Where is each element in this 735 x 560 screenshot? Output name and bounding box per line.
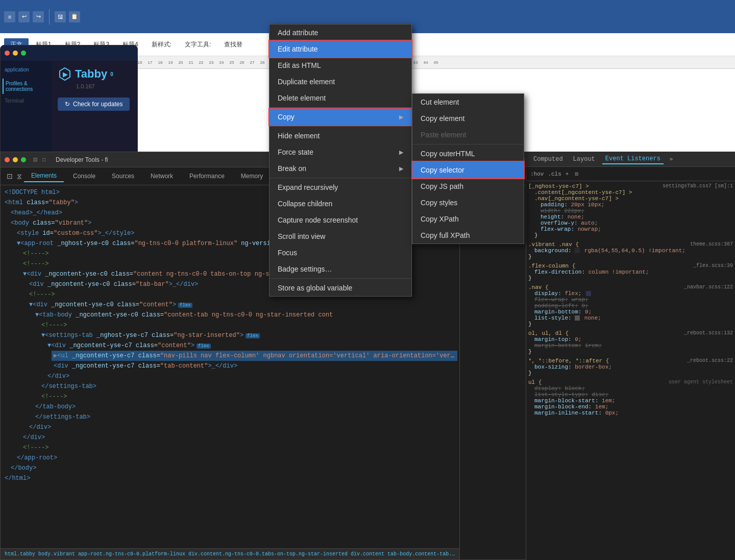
styles-filter-bar: :hov .cls + ⊡ <box>526 167 735 181</box>
styles-content-area[interactable]: [_nghost-yse-c7] > settingsTab.css7 [sm]… <box>526 181 735 560</box>
css-selector: ul { <box>528 379 542 385</box>
ctx-badge[interactable]: Badge settings… <box>270 261 411 277</box>
ctx-collapse[interactable]: Collapse children <box>270 196 411 212</box>
html-line-div-tabcontent: <div _ngcontent-yse-c7 class="tab-conten… <box>52 361 457 371</box>
ctx-sub-copy-xpath[interactable]: Copy XPath <box>412 211 524 227</box>
ruler-mark: 22 <box>196 60 206 65</box>
word-tab-text[interactable]: 文字工具: <box>179 38 217 51</box>
css-selector: .vibrant .nav { <box>528 241 579 248</box>
tab-elements[interactable]: Elements <box>24 170 64 182</box>
ctx-edit-attribute[interactable]: Edit attribute <box>270 41 411 57</box>
ctx-capture[interactable]: Capture node screenshot <box>270 212 411 228</box>
ctx-edit-html-label: Edit as HTML <box>278 61 321 69</box>
word-tab-style[interactable]: 新样式: <box>145 38 178 51</box>
styles-tab-computed[interactable]: Computed <box>530 155 566 164</box>
css-rule-header: [_nghost-yse-c7] > settingsTab.css7 [sm]… <box>528 183 733 189</box>
styles-tab-layout[interactable]: Layout <box>570 155 598 164</box>
ctx-duplicate[interactable]: Duplicate element <box>270 74 411 90</box>
ctx-sub-copy-full-xpath[interactable]: Copy full XPath <box>412 227 524 244</box>
ctx-sub-copy-styles[interactable]: Copy styles <box>412 194 524 211</box>
devtools-dock-icon: □ <box>42 157 48 163</box>
css-rule-header: .flex-column { _flex.scss:39 <box>528 263 733 269</box>
css-selector: [_nghost-yse-c7] > <box>528 183 589 189</box>
devtools-maximize-dot[interactable] <box>21 157 26 162</box>
check-for-updates-label: Check for updates <box>73 101 122 108</box>
tab-memory[interactable]: Memory <box>234 171 270 182</box>
ctx-sub-paste-label: Paste element <box>421 131 467 139</box>
ribbon-icon-1[interactable]: ≡ <box>4 11 15 22</box>
html-line-settings-tab: ▼<settings-tab _nghost-yse-c7 class="ng-… <box>39 330 457 340</box>
filter-plus-icon[interactable]: + <box>566 171 569 177</box>
ctx-force-state[interactable]: Force state ▶ <box>270 144 411 160</box>
tab-performance[interactable]: Performance <box>182 171 232 182</box>
ctx-hide-label: Hide element <box>278 132 320 140</box>
ctx-focus[interactable]: Focus <box>270 245 411 261</box>
ctx-divider-4 <box>270 278 411 279</box>
ctx-edit-html[interactable]: Edit as HTML <box>270 57 411 74</box>
ctx-store-global[interactable]: Store as global variable <box>270 280 411 296</box>
ctx-hide[interactable]: Hide element <box>270 128 411 144</box>
tab-network[interactable]: Network <box>143 171 180 182</box>
ctx-sub-copy-jspath[interactable]: Copy JS path <box>412 178 524 194</box>
ctx-add-attribute[interactable]: Add attribute <box>270 25 411 41</box>
check-for-updates-button[interactable]: ↻ Check for updates <box>58 98 130 111</box>
ruler-mark: 26 <box>237 60 247 65</box>
ruler-mark: 25 <box>227 60 237 65</box>
css-flexdir: flex-direction: column !important; <box>534 269 733 275</box>
html-line-ul-highlighted: ▶<ul _ngcontent-yse-c7 class="nav-pills … <box>52 351 457 361</box>
ctx-sub-copy-xpath-label: Copy XPath <box>421 215 459 223</box>
ctx-scroll[interactable]: Scroll into view <box>270 228 411 245</box>
devtools-close-dot[interactable] <box>5 157 10 162</box>
refresh-icon: ↻ <box>65 101 70 108</box>
ctx-sub-copy-selector[interactable]: Copy selector <box>412 162 524 178</box>
tab-sources[interactable]: Sources <box>105 171 141 182</box>
ctx-copy-arrow: ▶ <box>399 114 403 120</box>
ctx-copy-label: Copy <box>278 113 295 121</box>
styles-tab-eventlisteners[interactable]: Event Listeners <box>602 154 664 164</box>
ribbon-icon-4[interactable]: 🖫 <box>55 11 66 22</box>
devtools-minimize-dot[interactable] <box>13 157 18 162</box>
tabby-app-window: application Profiles & connections Termi… <box>0 45 138 152</box>
ruler-mark: 19 <box>165 60 176 65</box>
ctx-break-on[interactable]: Break on ▶ <box>270 160 411 177</box>
word-tab-find[interactable]: 查找替 <box>218 38 249 51</box>
close-dot[interactable] <box>5 51 10 56</box>
ribbon-icon-3[interactable]: ↪ <box>33 11 44 22</box>
ruler-mark: 21 <box>186 60 196 65</box>
device-icon[interactable]: ⧖ <box>17 172 22 181</box>
sidebar-item-profiles[interactable]: Profiles & connections <box>3 79 50 94</box>
css-source: user agent stylesheet <box>669 379 733 385</box>
html-line-comment6: <!----> <box>21 443 457 453</box>
ribbon-icon-2[interactable]: ↩ <box>18 11 30 22</box>
ctx-divider-3 <box>270 178 411 178</box>
tabby-main-content: ▶ Tabby0 1.0.167 ↻ Check for updates <box>52 61 137 152</box>
inspect-icon[interactable]: ⊡ <box>7 172 13 181</box>
css-prop-line: .nav[_ngcontent-yse-c7] > <box>534 196 733 202</box>
minimize-dot[interactable] <box>13 51 18 56</box>
css-margin-block-end: margin-block-end: 1em; <box>534 404 733 410</box>
html-line-div3-close: </div> <box>21 432 457 443</box>
html-line-approot-close: </app-root> <box>15 453 457 463</box>
ctx-sub-copy-outerhtml[interactable]: Copy outerHTML <box>412 145 524 162</box>
ctx-add-attribute-label: Add attribute <box>278 29 318 37</box>
tab-console[interactable]: Console <box>66 171 103 182</box>
ctx-sub-cut-label: Cut element <box>421 98 459 106</box>
ctx-delete[interactable]: Delete element <box>270 90 411 106</box>
html-line-comment4: <!----> <box>39 320 457 330</box>
css-rule-ol-ul-dl: ol, ul, dl { _reboot.scss:132 margin-top… <box>528 330 733 355</box>
css-rule-vibrant-nav: .vibrant .nav { theme.scss:367 backgroun… <box>528 241 733 260</box>
sidebar-item-terminal[interactable]: Terminal <box>3 96 50 106</box>
ctx-sub-copy-element[interactable]: Copy element <box>412 110 524 127</box>
css-source: settingsTab.css7 [sm]:1 <box>663 183 733 189</box>
ctx-sub-cut[interactable]: Cut element <box>412 94 524 110</box>
ctx-expand[interactable]: Expand recursively <box>270 179 411 196</box>
ctx-copy[interactable]: Copy ▶ <box>270 109 411 125</box>
css-sub-props: padding: 20px 10px; width: 222px; height… <box>534 202 733 232</box>
maximize-dot[interactable] <box>21 51 26 56</box>
ctx-sub-paste[interactable]: Paste element <box>412 127 524 143</box>
tabby-titlebar <box>1 45 137 61</box>
ctx-focus-label: Focus <box>278 249 297 257</box>
css-margin: margin-bottom: 0; <box>534 309 733 315</box>
more-tabs-icon[interactable]: » <box>670 156 673 162</box>
ribbon-icon-5[interactable]: 📋 <box>69 11 80 22</box>
